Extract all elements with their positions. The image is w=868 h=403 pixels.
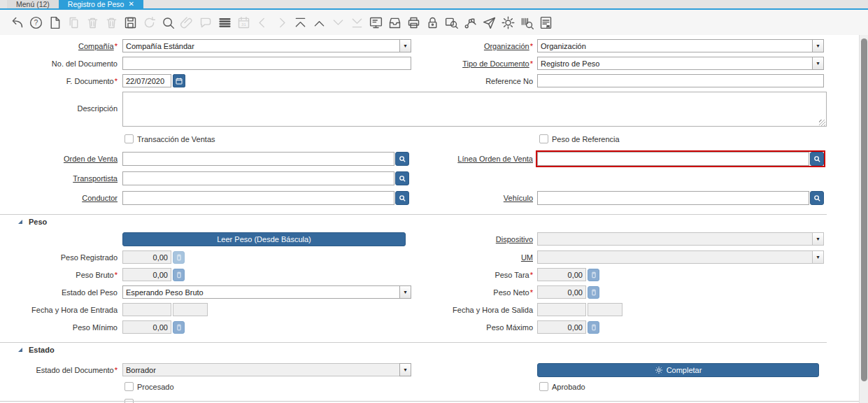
peso-bruto-label: Peso Bruto*: [0, 271, 122, 279]
chevron-down-icon[interactable]: ▾: [399, 285, 411, 299]
nav-up-icon[interactable]: [312, 15, 327, 30]
vehiculo-label: Vehículo: [411, 194, 537, 202]
dispositivo-label: Dispositivo: [411, 235, 537, 243]
chevron-down-icon[interactable]: ▾: [399, 39, 411, 52]
svg-text:31: 31: [241, 21, 246, 26]
leer-peso-button[interactable]: Leer Peso (Desde Báscula): [122, 232, 406, 246]
calculator-icon: [173, 251, 185, 264]
calculator-icon[interactable]: [173, 269, 185, 281]
chevron-down-icon[interactable]: ▾: [812, 57, 824, 70]
save-icon[interactable]: [123, 15, 138, 30]
zoom-across-icon[interactable]: [444, 15, 459, 30]
calendar-icon: 31: [236, 15, 251, 30]
peso-group-header[interactable]: Peso: [0, 214, 827, 232]
search-icon[interactable]: [395, 191, 409, 205]
procesado-checkbox[interactable]: [124, 382, 134, 391]
calculator-icon[interactable]: [173, 321, 185, 334]
organizacion-combobox[interactable]: ▾: [537, 39, 824, 52]
descripcion-textarea[interactable]: [122, 92, 827, 127]
transaccion-ventas-label: Transacción de Ventas: [137, 135, 215, 143]
peso-tara-input: [537, 268, 586, 281]
new-record-icon[interactable]: [48, 15, 62, 30]
transportista-input[interactable]: [122, 171, 394, 185]
tipo-documento-input[interactable]: [537, 57, 812, 70]
organizacion-input[interactable]: [537, 39, 812, 52]
estado-group-header[interactable]: Estado: [0, 342, 827, 360]
refresh-icon: [142, 15, 157, 30]
chevron-down-icon[interactable]: ▾: [812, 39, 824, 52]
vehiculo-input[interactable]: [537, 191, 809, 205]
orden-venta-label: Orden de Venta: [0, 155, 122, 163]
lock-icon[interactable]: [425, 15, 440, 30]
completar-button[interactable]: Completar: [537, 363, 819, 377]
toolbar: ?31: [0, 10, 868, 35]
fecha-entrada-date-input: [122, 303, 171, 316]
help-icon[interactable]: ?: [29, 15, 43, 30]
completar-label: Completar: [667, 366, 702, 374]
send-icon[interactable]: [482, 15, 497, 30]
close-icon[interactable]: ✕: [128, 1, 134, 8]
delete-record-icon: [85, 15, 100, 30]
estado-peso-combobox[interactable]: ▾: [122, 285, 411, 299]
conductor-field: [122, 191, 409, 205]
workflow-icon[interactable]: [463, 15, 478, 30]
reference-no-input[interactable]: [537, 74, 824, 87]
barcode-scan-icon[interactable]: [520, 15, 534, 30]
search-icon[interactable]: [395, 171, 409, 185]
linea-orden-venta-input[interactable]: [537, 152, 809, 166]
vehiculo-field: [537, 191, 824, 205]
peso-neto-label: Peso Neto*: [411, 288, 537, 297]
report-icon[interactable]: [539, 15, 553, 30]
no-documento-label: No. del Documento: [0, 59, 122, 68]
tipo-documento-combobox[interactable]: ▾: [537, 57, 824, 70]
orden-venta-input[interactable]: [122, 152, 394, 166]
estado-peso-input[interactable]: [122, 285, 399, 299]
um-label: UM: [411, 253, 537, 262]
chevron-down-icon: ▾: [812, 250, 824, 264]
no-documento-input[interactable]: [122, 57, 411, 70]
scrollbar-thumb[interactable]: [861, 38, 867, 381]
conductor-input[interactable]: [122, 191, 394, 205]
tab-registro-de-peso[interactable]: Registro de Peso ✕: [59, 0, 143, 8]
calculator-icon[interactable]: [588, 269, 599, 281]
estado-documento-input[interactable]: [122, 363, 399, 376]
transaccion-ventas-checkbox[interactable]: [124, 134, 134, 143]
nav-first-icon[interactable]: [293, 15, 308, 30]
aprobado-checkbox[interactable]: [539, 382, 548, 391]
peso-referencia-checkbox[interactable]: [539, 134, 548, 143]
calendar-picker-icon[interactable]: [173, 74, 185, 87]
tab-bar: Menú (12) Registro de Peso ✕: [0, 0, 868, 10]
chevron-down-icon[interactable]: ▾: [399, 363, 411, 376]
search-icon[interactable]: [395, 152, 409, 166]
vertical-scrollbar[interactable]: [859, 35, 868, 403]
orden-venta-field: [122, 152, 409, 166]
tab-menu[interactable]: Menú (12): [7, 0, 59, 8]
search-icon[interactable]: [810, 152, 824, 166]
peso-bruto-input: [122, 268, 171, 281]
search-icon[interactable]: [810, 191, 824, 205]
reference-no-label: Reference No: [411, 77, 537, 85]
estado-documento-combobox[interactable]: ▾: [122, 363, 411, 376]
estado-documento-label: Estado del Documento*: [0, 366, 122, 374]
print-icon[interactable]: [406, 15, 421, 30]
grid-toggle-icon[interactable]: [218, 15, 232, 30]
registro-de-peso-form: Compañía* ▾ Organización* ▾ No. del Docu…: [0, 35, 827, 392]
transportista-label: Transportista: [0, 174, 122, 183]
attachment-icon: [180, 15, 194, 30]
calculator-icon[interactable]: [588, 286, 599, 299]
undo-icon[interactable]: [10, 15, 24, 30]
fecha-salida-time-input: [588, 303, 622, 316]
presentation-icon[interactable]: [369, 15, 383, 30]
settings-icon[interactable]: [501, 15, 515, 30]
archive-icon[interactable]: [387, 15, 402, 30]
peso-tara-label: Peso Tara*: [411, 271, 537, 279]
f-documento-input[interactable]: [122, 74, 171, 87]
compania-combobox[interactable]: ▾: [122, 39, 411, 52]
calculator-icon[interactable]: [588, 321, 599, 334]
fecha-entrada-time-input: [173, 303, 208, 316]
compania-label: Compañía*: [0, 42, 122, 50]
transportista-field: [122, 171, 409, 185]
compania-input[interactable]: [122, 39, 399, 52]
find-icon[interactable]: [161, 15, 176, 30]
resize-handle[interactable]: [819, 120, 825, 126]
